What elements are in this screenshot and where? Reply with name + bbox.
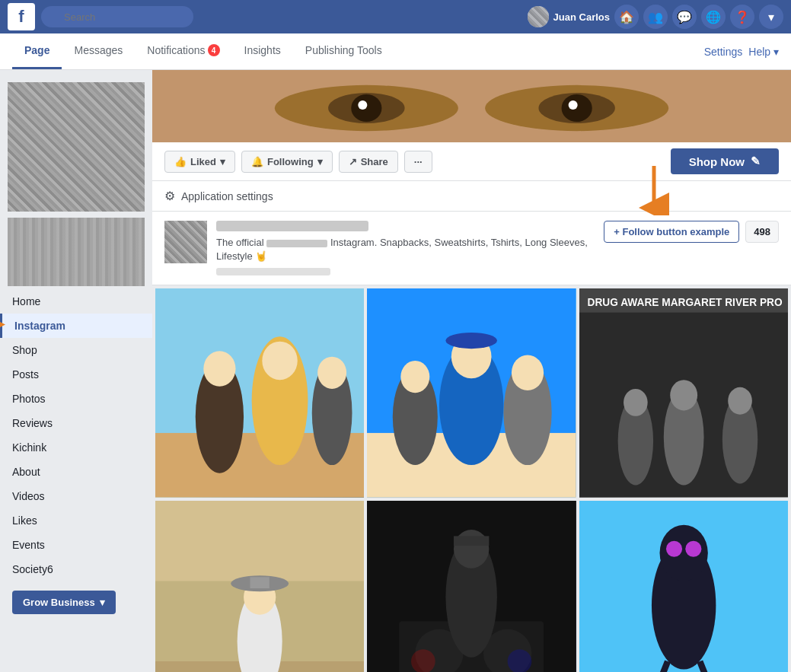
photo-display-2: [367, 288, 576, 497]
sidebar-item-about[interactable]: About: [0, 460, 152, 484]
tab-insights[interactable]: Insights: [232, 33, 293, 69]
search-input[interactable]: [41, 6, 193, 27]
main-layout: Home Instagram Shop Posts: [0, 70, 791, 672]
page-name-blurred: [216, 221, 368, 231]
cover-image: [152, 70, 791, 142]
photo-display-6: Baked Room ⤢ ⚙: [579, 501, 788, 672]
bell-icon: 🔔: [251, 156, 263, 167]
svg-point-14: [203, 352, 235, 387]
grow-business-button[interactable]: Grow Business ▾: [12, 591, 116, 614]
svg-point-25: [401, 361, 430, 393]
photo-display-1: [155, 288, 364, 497]
content-area: 👍 Liked ▾ 🔔 Following ▾ ↗ Share ··· Shop…: [152, 70, 791, 672]
sidebar: Home Instagram Shop Posts: [0, 70, 152, 672]
cover-svg: [152, 70, 791, 142]
globe-icon-btn[interactable]: 🌐: [701, 5, 726, 29]
photo-cell-4[interactable]: [155, 501, 364, 672]
page-tabs: Page Messages Notifications 4 Insights P…: [12, 33, 394, 69]
svg-point-9: [569, 100, 578, 110]
follow-count: 498: [745, 221, 779, 243]
svg-point-6: [351, 94, 381, 122]
photo-cell-5[interactable]: [367, 501, 576, 672]
avatar: [528, 6, 549, 27]
home-nav-btn[interactable]: 🏠: [614, 5, 639, 29]
svg-point-27: [512, 355, 544, 390]
photo-svg-2: [367, 288, 576, 497]
chevron-down-icon: ▾: [220, 156, 225, 167]
liked-button[interactable]: 👍 Liked ▾: [164, 151, 235, 173]
chevron-down-icon: ▾: [768, 10, 774, 24]
svg-rect-50: [454, 536, 489, 546]
sidebar-item-instagram[interactable]: Instagram: [0, 314, 152, 338]
photo-grid: DRUG AWARE MARGARET RIVER PRO: [152, 285, 791, 672]
following-button[interactable]: 🔔 Following ▾: [241, 151, 333, 173]
photo-svg-3: DRUG AWARE MARGARET RIVER PRO: [579, 288, 788, 497]
sidebar-item-kichink[interactable]: Kichink: [0, 435, 152, 460]
svg-rect-39: [155, 501, 364, 581]
action-bar: 👍 Liked ▾ 🔔 Following ▾ ↗ Share ··· Shop…: [152, 142, 791, 181]
facebook-logo[interactable]: f: [8, 3, 35, 30]
gear-icon: ⚙: [164, 189, 175, 203]
page-navigation: Page Messages Notifications 4 Insights P…: [0, 33, 791, 70]
svg-point-36: [728, 387, 752, 415]
help-icon: ❓: [735, 10, 750, 24]
help-icon-btn[interactable]: ❓: [730, 5, 754, 29]
follow-example-button[interactable]: + Follow button example: [604, 221, 739, 243]
messenger-icon-btn[interactable]: 💬: [672, 5, 697, 29]
blurred-text: [266, 240, 327, 247]
svg-text:DRUG AWARE MARGARET RIVER PRO: DRUG AWARE MARGARET RIVER PRO: [587, 298, 782, 309]
svg-rect-43: [250, 577, 270, 588]
sidebar-item-photos[interactable]: Photos: [0, 387, 152, 411]
photo-svg-4: [155, 501, 364, 672]
shop-now-button[interactable]: Shop Now ✎: [671, 148, 779, 174]
thumbs-up-icon: 👍: [174, 156, 187, 167]
svg-point-7: [562, 94, 592, 122]
sidebar-item-posts[interactable]: Posts: [0, 362, 152, 387]
tab-page[interactable]: Page: [12, 33, 62, 69]
username: Juan Carlos: [553, 11, 610, 23]
photo-cell-6[interactable]: Baked Room ⤢ ⚙: [579, 501, 788, 672]
photo-display-3: DRUG AWARE MARGARET RIVER PRO: [579, 288, 788, 497]
photo-svg-6: Baked Room: [579, 501, 788, 672]
page-sub-blurred: [216, 268, 330, 275]
search-container: 🔍: [41, 6, 193, 27]
page-profile-image: [8, 82, 145, 212]
settings-button[interactable]: Settings: [704, 46, 743, 58]
sidebar-item-likes[interactable]: Likes: [0, 508, 152, 533]
messenger-icon: 💬: [677, 10, 692, 24]
globe-icon: 🌐: [706, 10, 721, 24]
home-icon: 🏠: [619, 10, 634, 24]
svg-point-34: [670, 381, 697, 411]
svg-point-49: [454, 530, 489, 568]
sidebar-item-shop[interactable]: Shop: [0, 338, 152, 362]
app-settings-label: Application settings: [181, 190, 273, 202]
chevron-down-icon-btn[interactable]: ▾: [759, 5, 783, 29]
share-button[interactable]: ↗ Share: [339, 151, 398, 173]
more-button[interactable]: ···: [404, 151, 432, 173]
photo-cell-2[interactable]: [367, 288, 576, 497]
svg-point-32: [624, 389, 648, 416]
svg-point-8: [358, 100, 367, 110]
friends-icon-btn[interactable]: 👥: [643, 5, 668, 29]
sidebar-item-reviews[interactable]: Reviews: [0, 411, 152, 435]
svg-point-55: [659, 524, 707, 581]
tab-messages[interactable]: Messages: [62, 33, 135, 69]
sidebar-item-society6[interactable]: Society6: [0, 557, 152, 581]
tab-publishing-tools[interactable]: Publishing Tools: [293, 33, 394, 69]
arrow-right-icon: [0, 314, 6, 336]
sidebar-item-events[interactable]: Events: [0, 533, 152, 557]
help-button[interactable]: Help ▾: [748, 46, 779, 58]
page-nav-right: Settings Help ▾: [704, 33, 779, 69]
sidebar-item-videos[interactable]: Videos: [0, 484, 152, 508]
share-icon: ↗: [349, 156, 357, 167]
svg-point-56: [666, 540, 682, 556]
tab-notifications[interactable]: Notifications 4: [135, 33, 231, 69]
page-info-avatar: [164, 221, 207, 263]
sidebar-item-home[interactable]: Home: [0, 289, 152, 314]
page-description: The official Instagram. Snapbacks, Sweat…: [216, 236, 595, 263]
photo-cell-1[interactable]: [155, 288, 364, 497]
photo-cell-3[interactable]: DRUG AWARE MARGARET RIVER PRO: [579, 288, 788, 497]
photo-svg-1: [155, 288, 364, 497]
sidebar-page-image: [8, 218, 145, 286]
svg-point-23: [446, 333, 498, 349]
